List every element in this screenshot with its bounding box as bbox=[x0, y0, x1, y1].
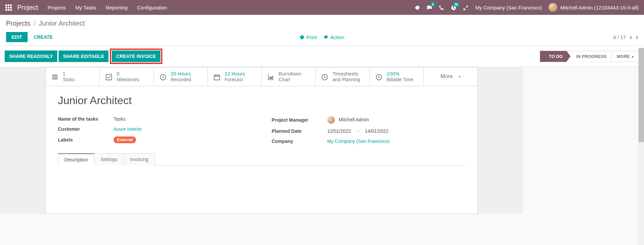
bug-icon[interactable] bbox=[415, 4, 420, 10]
nav-reporting[interactable]: Reporting bbox=[106, 5, 128, 10]
value-project-manager: Mitchell Admin bbox=[327, 116, 369, 124]
label-customer: Customer bbox=[58, 126, 114, 132]
gutter-right bbox=[478, 67, 523, 214]
right-col: Project Manager Mitchell Admin Planned D… bbox=[272, 116, 465, 144]
content: 1Tasks 0Milestones 20 HoursRecorded 12 H… bbox=[0, 67, 644, 214]
label-company: Company bbox=[272, 139, 327, 144]
stat-more[interactable]: More bbox=[424, 67, 477, 86]
tab-invoicing[interactable]: Invoicing bbox=[124, 153, 155, 165]
value-planned-date: 12/01/2022 → 14/01/2022 bbox=[327, 128, 389, 134]
label-labels: Labels bbox=[58, 137, 114, 143]
stat-tasks[interactable]: 1Tasks bbox=[46, 67, 100, 86]
stat-recorded[interactable]: 20 HoursRecorded bbox=[154, 67, 208, 86]
activity-badge: 36 bbox=[453, 2, 460, 7]
scrollbar[interactable] bbox=[638, 48, 644, 245]
tab-settings[interactable]: Settings bbox=[94, 153, 124, 165]
share-editable-button[interactable]: SHARE EDITABLE bbox=[59, 51, 108, 62]
label-name-of-tasks: Name of the tasks bbox=[58, 116, 114, 122]
value-customer[interactable]: Azure Interior bbox=[114, 126, 142, 132]
avatar bbox=[549, 3, 557, 12]
gutter-left bbox=[0, 67, 45, 214]
pager-prev[interactable]: ‹ bbox=[630, 34, 632, 41]
share-readonly-button[interactable]: SHARE READONLY bbox=[5, 51, 57, 62]
tabs: Description Settings Invoicing bbox=[58, 153, 465, 165]
center-actions: Print Action bbox=[300, 34, 345, 40]
stat-forecast[interactable]: 12 HoursForecast bbox=[208, 67, 262, 86]
stat-milestones[interactable]: 0Milestones bbox=[100, 67, 154, 86]
print-button[interactable]: Print bbox=[300, 34, 317, 40]
value-company[interactable]: My Company (San Francisco) bbox=[327, 139, 390, 144]
action-button[interactable]: Action bbox=[324, 34, 345, 40]
status-stages: TO DO IN PROGRESS MORE bbox=[540, 51, 639, 62]
svg-rect-0 bbox=[52, 74, 58, 75]
stat-timesheets[interactable]: Timesheetsand Planning bbox=[316, 67, 369, 86]
calendar-icon bbox=[213, 72, 221, 81]
create-invoice-button[interactable]: CREATE INVOICE bbox=[112, 51, 160, 62]
nav-links: Projects My Tasks Reporting Configuratio… bbox=[47, 5, 167, 10]
tag-external: External bbox=[114, 136, 136, 143]
record-title: Junior Architect bbox=[58, 94, 465, 107]
top-nav: Project Projects My Tasks Reporting Conf… bbox=[0, 0, 644, 15]
check-icon bbox=[104, 72, 113, 81]
activity-icon[interactable]: 36 bbox=[451, 4, 456, 10]
nav-projects[interactable]: Projects bbox=[47, 5, 66, 10]
svg-rect-2 bbox=[52, 78, 58, 79]
left-col: Name of the tasks Tasks Customer Azure I… bbox=[58, 116, 252, 144]
form-body: Junior Architect Name of the tasks Tasks… bbox=[46, 86, 477, 214]
svg-rect-1 bbox=[52, 76, 58, 78]
clock-icon bbox=[375, 72, 383, 81]
pager-value: 6 / 17 bbox=[613, 34, 626, 40]
breadcrumb-current: Junior Architect bbox=[39, 20, 85, 27]
stat-billable[interactable]: 100%Billable Time bbox=[370, 67, 424, 86]
value-name-of-tasks: Tasks bbox=[114, 116, 126, 122]
create-button[interactable]: CREATE bbox=[32, 32, 54, 42]
pager-next[interactable]: › bbox=[636, 34, 638, 41]
chat-badge: 5 bbox=[430, 2, 436, 7]
arrow-right-icon: → bbox=[355, 128, 360, 134]
scrollbar-thumb[interactable] bbox=[639, 48, 644, 142]
print-icon bbox=[300, 35, 304, 39]
breadcrumb-projects[interactable]: Projects bbox=[6, 20, 30, 27]
svg-rect-5 bbox=[214, 75, 220, 80]
label-planned-date: Planned Date bbox=[272, 128, 327, 134]
user-menu[interactable]: Mitchell Admin (12103443-15-0-all) bbox=[549, 3, 639, 12]
field-grid: Name of the tasks Tasks Customer Azure I… bbox=[58, 116, 465, 144]
edit-button[interactable]: EDIT bbox=[6, 32, 28, 42]
breadcrumb-sep: / bbox=[34, 20, 36, 27]
action-bar: EDIT CREATE Print Action 6 / 17 ‹ › bbox=[6, 32, 638, 42]
breadcrumb: Projects / Junior Architect bbox=[6, 20, 638, 27]
company-selector[interactable]: My Company (San Francisco) bbox=[475, 5, 542, 10]
stage-todo[interactable]: TO DO bbox=[540, 51, 571, 62]
tools-icon[interactable] bbox=[463, 4, 469, 10]
nav-right: 5 36 My Company (San Francisco) Mitchell… bbox=[415, 3, 639, 12]
clock-icon bbox=[320, 72, 329, 81]
highlight-box: CREATE INVOICE bbox=[110, 49, 162, 64]
stage-in-progress[interactable]: IN PROGRESS bbox=[567, 51, 614, 62]
clock-icon bbox=[159, 72, 167, 81]
stage-more[interactable]: MORE bbox=[611, 51, 639, 62]
form-sheet: 1Tasks 0Milestones 20 HoursRecorded 12 H… bbox=[45, 67, 478, 214]
chat-icon[interactable]: 5 bbox=[427, 4, 432, 10]
tab-description[interactable]: Description bbox=[58, 153, 94, 165]
pm-avatar bbox=[327, 116, 335, 124]
chart-icon bbox=[266, 72, 275, 81]
status-bar: SHARE READONLY SHARE EDITABLE CREATE INV… bbox=[0, 46, 644, 67]
apps-icon[interactable] bbox=[5, 4, 12, 11]
control-panel: Projects / Junior Architect EDIT CREATE … bbox=[0, 15, 644, 46]
phone-icon[interactable] bbox=[439, 4, 444, 10]
stat-burndown[interactable]: BurndownChart bbox=[262, 67, 316, 86]
tab-content bbox=[58, 165, 465, 206]
tasks-icon bbox=[51, 72, 59, 81]
nav-my-tasks[interactable]: My Tasks bbox=[75, 5, 96, 10]
pager: 6 / 17 ‹ › bbox=[613, 34, 638, 41]
brand-title: Project bbox=[17, 4, 38, 11]
stat-buttons: 1Tasks 0Milestones 20 HoursRecorded 12 H… bbox=[46, 67, 477, 86]
label-project-manager: Project Manager bbox=[272, 117, 327, 123]
gear-icon bbox=[324, 35, 328, 39]
user-name: Mitchell Admin (12103443-15-0-all) bbox=[560, 5, 639, 10]
nav-configuration[interactable]: Configuration bbox=[137, 5, 167, 10]
